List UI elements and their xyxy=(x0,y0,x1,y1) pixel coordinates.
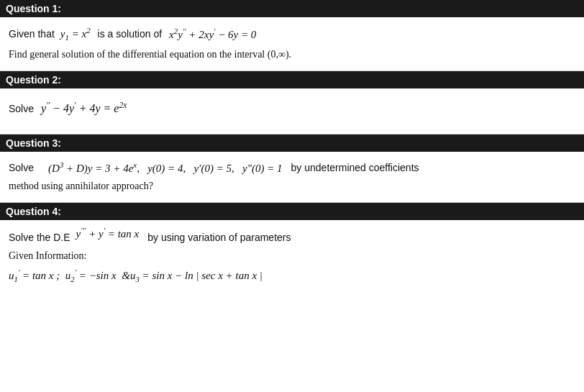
question-1-find-text: Find general solution of the differentia… xyxy=(9,49,291,60)
question-1-title: Question 1: xyxy=(6,3,61,14)
given-that-label: Given that xyxy=(9,26,55,42)
q2-equation: y′′ − 4y′ + 4y = e2x xyxy=(41,99,127,118)
question-3-section: Question 3: Solve (D3 + D)y = 3 + 4ex, y… xyxy=(0,135,584,203)
question-2-header: Question 2: xyxy=(0,71,584,88)
question-1-header: Question 1: xyxy=(0,0,584,17)
question-4-title: Question 4: xyxy=(6,206,61,217)
q4-by-variation: by using variation of parameters xyxy=(147,229,291,245)
q4-u-relations: u1′ = tan x ; u2′ = −sin x &u3 = sin x −… xyxy=(9,266,263,286)
question-4-given-info-line: Given Information: xyxy=(9,248,575,263)
q4-given-info-label: Given Information: xyxy=(9,250,86,261)
question-4-main-line: Solve the D.E y′′′ + y′ = tan x by using… xyxy=(9,227,575,245)
q2-solve-label: Solve xyxy=(9,101,34,117)
q3-by-undetermined: by undetermined coefficients xyxy=(291,160,419,176)
q1-equation: x2y′′ + 2xy′ − 6y = 0 xyxy=(169,25,256,43)
question-1-section: Question 1: Given that y1 = x2 is a solu… xyxy=(0,0,584,71)
question-1-math-line: Given that y1 = x2 is a solution of x2y′… xyxy=(9,24,575,44)
question-3-math-line: Solve (D3 + D)y = 3 + 4ex, y(0) = 4, y′(… xyxy=(9,159,575,177)
question-1-text-line: Find general solution of the differentia… xyxy=(9,47,575,62)
q4-solve-de-label: Solve the D.E xyxy=(9,229,70,245)
question-4-header: Question 4: xyxy=(0,203,584,220)
question-3-title: Question 3: xyxy=(6,137,61,149)
question-2-title: Question 2: xyxy=(6,74,61,86)
q4-de-equation: y′′′ + y′ = tan x xyxy=(76,224,140,242)
question-2-section: Question 2: Solve y′′ − 4y′ + 4y = e2x xyxy=(0,71,584,135)
q3-solve-label: Solve xyxy=(9,160,34,176)
question-3-text-line: method using annihilator approach? xyxy=(9,178,575,193)
q1-is-solution-text: is a solution of xyxy=(98,26,163,42)
q3-equation: (D3 + D)y = 3 + 4ex, y(0) = 4, y′(0) = 5… xyxy=(48,159,283,177)
question-3-method-text: method using annihilator approach? xyxy=(9,181,153,191)
question-3-body: Solve (D3 + D)y = 3 + 4ex, y(0) = 4, y′(… xyxy=(0,152,584,203)
question-4-section: Question 4: Solve the D.E y′′′ + y′ = ta… xyxy=(0,203,584,300)
question-4-info-math: u1′ = tan x ; u2′ = −sin x &u3 = sin x −… xyxy=(9,266,575,286)
question-2-body: Solve y′′ − 4y′ + 4y = e2x xyxy=(0,88,584,135)
question-3-header: Question 3: xyxy=(0,135,584,152)
question-4-body: Solve the D.E y′′′ + y′ = tan x by using… xyxy=(0,220,584,300)
question-2-math-line: Solve y′′ − 4y′ + 4y = e2x xyxy=(9,99,575,118)
question-1-body: Given that y1 = x2 is a solution of x2y′… xyxy=(0,17,584,71)
q1-y1: y1 = x2 xyxy=(60,24,91,44)
